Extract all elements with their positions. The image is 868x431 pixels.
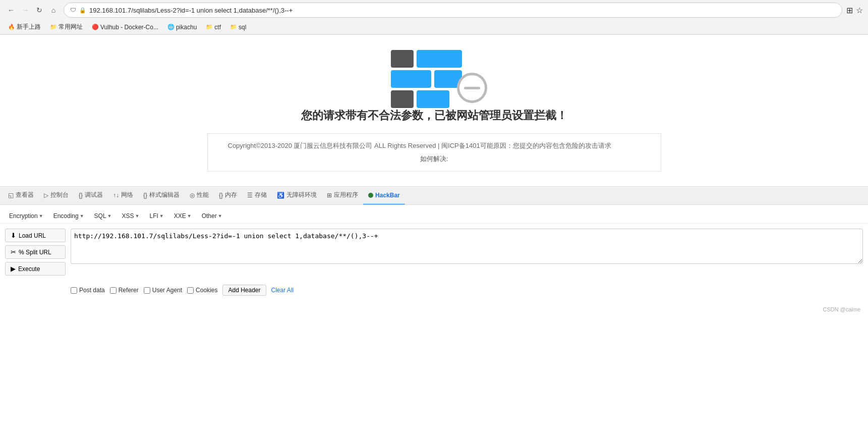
split-url-button[interactable]: ✂ % Split URL bbox=[5, 245, 66, 259]
menu-xxe[interactable]: XXE ▼ bbox=[170, 211, 196, 221]
no-entry-sign bbox=[457, 73, 487, 103]
vulhub-icon: 🔴 bbox=[92, 24, 99, 30]
tab-memory[interactable]: {} 内存 bbox=[214, 187, 242, 205]
info-box: Copyright©2013-2020 厦门服云信息科技有限公司 ALL Rig… bbox=[207, 133, 661, 172]
download-icon: ⬇ bbox=[11, 232, 16, 239]
clear-all-button[interactable]: Clear All bbox=[271, 287, 294, 294]
referer-input[interactable] bbox=[110, 287, 117, 294]
network-icon: ↑↓ bbox=[113, 192, 119, 199]
tab-label: 控制台 bbox=[50, 191, 69, 199]
dropdown-arrow-icon: ▼ bbox=[39, 213, 43, 219]
hackbar-dot-icon bbox=[368, 193, 373, 198]
style-icon: {} bbox=[143, 192, 147, 199]
load-url-button[interactable]: ⬇ Load URL bbox=[5, 229, 66, 242]
hackbar-body: ⬇ Load URL ✂ % Split URL ▶ Execute http:… bbox=[0, 224, 868, 281]
tab-accessibility[interactable]: ♿ 无障碍环境 bbox=[272, 187, 322, 205]
tab-label: 网络 bbox=[121, 191, 133, 199]
folder-sql-icon: 📁 bbox=[230, 24, 237, 30]
bookmark-label: sql bbox=[239, 24, 246, 31]
cookies-input[interactable] bbox=[187, 287, 194, 294]
hackbar-footer: Post data Referer User Agent Cookies Add… bbox=[0, 281, 868, 300]
bookmark-label: 新手上路 bbox=[17, 23, 41, 31]
user-agent-input[interactable] bbox=[144, 287, 150, 294]
bookmark-pikachu[interactable]: 🌐 pikachu bbox=[164, 23, 200, 32]
post-data-input[interactable] bbox=[71, 287, 77, 294]
cookies-checkbox[interactable]: Cookies bbox=[187, 287, 217, 294]
tab-network[interactable]: ↑↓ 网络 bbox=[108, 187, 138, 205]
tab-inspector[interactable]: ◱ 查看器 bbox=[3, 187, 39, 205]
bookmark-sql[interactable]: 📁 sql bbox=[227, 23, 249, 32]
play-icon: ▶ bbox=[11, 265, 16, 273]
info-text: Copyright©2013-2020 厦门服云信息科技有限公司 ALL Rig… bbox=[228, 141, 641, 150]
bookmark-star-icon[interactable]: ☆ bbox=[856, 6, 863, 15]
fire-icon: 🔥 bbox=[8, 24, 15, 30]
bookmark-ctf[interactable]: 📁 ctf bbox=[203, 23, 224, 32]
tab-style-editor[interactable]: {} 样式编辑器 bbox=[138, 187, 185, 205]
how-to-solve: 如何解决: bbox=[228, 154, 641, 164]
menu-other[interactable]: Other ▼ bbox=[198, 211, 226, 221]
hackbar-sidebar: ⬇ Load URL ✂ % Split URL ▶ Execute bbox=[5, 229, 66, 276]
user-agent-checkbox[interactable]: User Agent bbox=[144, 287, 182, 294]
globe-icon: 🌐 bbox=[167, 24, 175, 30]
tab-label: 调试器 bbox=[85, 191, 103, 199]
brick-3 bbox=[391, 70, 431, 88]
page-footer: CSDN @caime bbox=[0, 304, 868, 315]
browser-toolbar: ← → ↻ ⌂ 🛡 🔒 ⊞ ☆ bbox=[0, 0, 868, 20]
qr-icon[interactable]: ⊞ bbox=[846, 6, 853, 15]
tab-debugger[interactable]: {} 调试器 bbox=[74, 187, 108, 205]
reload-button[interactable]: ↻ bbox=[33, 4, 45, 16]
folder-ctf-icon: 📁 bbox=[206, 24, 213, 30]
back-button[interactable]: ← bbox=[5, 4, 17, 16]
menu-xss[interactable]: XSS ▼ bbox=[118, 211, 144, 221]
bookmark-label: pikachu bbox=[176, 24, 197, 31]
menu-lfi[interactable]: LFI ▼ bbox=[145, 211, 167, 221]
add-header-button[interactable]: Add Header bbox=[222, 285, 266, 296]
bookmark-xinshoushanglu[interactable]: 🔥 新手上路 bbox=[5, 22, 44, 32]
url-textarea[interactable]: http://192.168.101.7/sqlilabs/Less-2?id=… bbox=[71, 229, 863, 264]
tab-console[interactable]: ▷ 控制台 bbox=[39, 187, 74, 205]
tab-label: 查看器 bbox=[16, 191, 34, 199]
dropdown-arrow-icon: ▼ bbox=[135, 213, 140, 219]
tab-label: HackBar bbox=[375, 192, 400, 199]
dropdown-arrow-icon: ▼ bbox=[107, 213, 112, 219]
tab-storage[interactable]: ☰ 存储 bbox=[242, 187, 272, 205]
brick-6 bbox=[417, 90, 449, 108]
menu-label: XXE bbox=[174, 212, 186, 220]
tab-label: 内存 bbox=[225, 191, 237, 199]
execute-label: Execute bbox=[18, 265, 40, 273]
hackbar-main: http://192.168.101.7/sqlilabs/Less-2?id=… bbox=[71, 229, 863, 276]
forward-button[interactable]: → bbox=[19, 4, 31, 16]
tab-performance[interactable]: ◎ 性能 bbox=[185, 187, 214, 205]
page-content: 您的请求带有不合法参数，已被网站管理员设置拦截！ Copyright©2013-… bbox=[0, 35, 868, 186]
bookmark-changyongwangzhi[interactable]: 📁 常用网址 bbox=[47, 22, 86, 32]
menu-encoding[interactable]: Encoding ▼ bbox=[49, 211, 88, 221]
tab-application[interactable]: ⊞ 应用程序 bbox=[322, 187, 363, 205]
menu-encryption[interactable]: Encryption ▼ bbox=[5, 211, 47, 221]
console-icon: ▷ bbox=[44, 192, 48, 199]
hackbar-menu: Encryption ▼ Encoding ▼ SQL ▼ XSS ▼ LFI … bbox=[0, 209, 868, 224]
referer-checkbox[interactable]: Referer bbox=[110, 287, 139, 294]
execute-button[interactable]: ▶ Execute bbox=[5, 262, 66, 276]
bookmark-vulhub[interactable]: 🔴 Vulhub - Docker-Co... bbox=[89, 23, 161, 32]
load-url-label: Load URL bbox=[19, 232, 46, 239]
devtools-tabs: ◱ 查看器 ▷ 控制台 {} 调试器 ↑↓ 网络 {} 样式编辑器 ◎ 性能 {… bbox=[0, 187, 868, 205]
tab-label: 存储 bbox=[255, 191, 267, 199]
application-icon: ⊞ bbox=[327, 192, 332, 199]
scissors-icon: ✂ bbox=[11, 248, 16, 256]
address-icons: ⊞ ☆ bbox=[846, 6, 863, 15]
brick-2 bbox=[417, 50, 462, 68]
menu-sql[interactable]: SQL ▼ bbox=[90, 211, 116, 221]
brick-1 bbox=[391, 50, 414, 68]
nav-buttons: ← → ↻ ⌂ bbox=[5, 4, 60, 16]
memory-icon: {} bbox=[219, 192, 223, 199]
firewall-logo bbox=[391, 50, 477, 108]
home-button[interactable]: ⌂ bbox=[47, 4, 60, 16]
tab-label: 性能 bbox=[197, 191, 209, 199]
tab-hackbar[interactable]: HackBar bbox=[363, 187, 405, 205]
menu-label: XSS bbox=[122, 212, 134, 220]
blocked-message: 您的请求带有不合法参数，已被网站管理员设置拦截！ bbox=[301, 108, 567, 123]
storage-icon: ☰ bbox=[247, 192, 253, 199]
url-input[interactable] bbox=[89, 7, 836, 14]
menu-label: Encoding bbox=[53, 212, 79, 220]
post-data-checkbox[interactable]: Post data bbox=[71, 287, 105, 294]
